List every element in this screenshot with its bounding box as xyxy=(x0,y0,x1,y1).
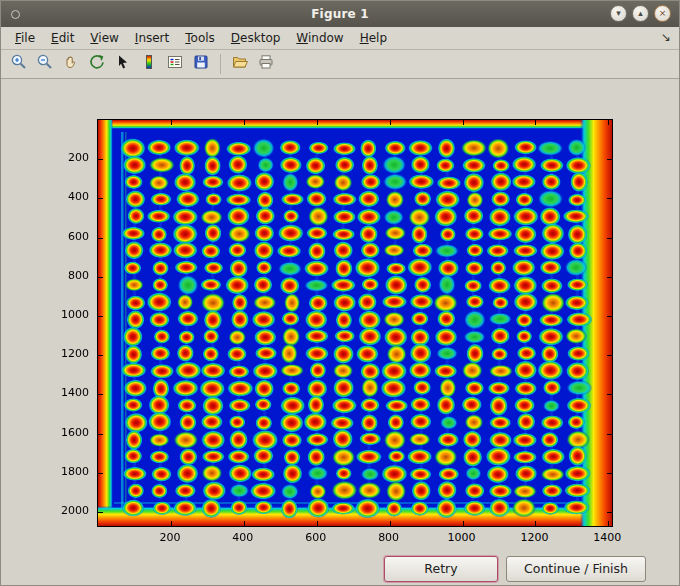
retry-button[interactable]: Retry xyxy=(384,556,498,582)
y-tick-label: 1400 xyxy=(41,386,89,399)
hand-icon xyxy=(62,53,80,75)
toolbar-separator xyxy=(220,54,221,74)
y-tick-label: 1600 xyxy=(41,426,89,439)
maximize-button[interactable]: ▴ xyxy=(632,5,649,22)
y-tick-label: 600 xyxy=(41,230,89,243)
x-tick-label: 400 xyxy=(232,531,253,544)
menu-desktop[interactable]: Desktop xyxy=(223,28,289,48)
insert-legend-button[interactable] xyxy=(163,52,187,76)
menu-view[interactable]: View xyxy=(82,28,126,48)
menu-tools[interactable]: Tools xyxy=(177,28,223,48)
close-button[interactable]: × xyxy=(654,5,671,22)
figure-content: 2004006008001000120014002004006008001000… xyxy=(1,79,680,586)
open-file-button[interactable] xyxy=(228,52,252,76)
y-tick-label: 800 xyxy=(41,269,89,282)
pan-button[interactable] xyxy=(59,52,83,76)
printer-icon xyxy=(257,53,275,75)
save-icon xyxy=(192,53,210,75)
print-figure-button[interactable] xyxy=(254,52,278,76)
menu-file[interactable]: File xyxy=(7,28,43,48)
folder-icon xyxy=(231,53,249,75)
legend-icon xyxy=(166,53,184,75)
x-tick-label: 200 xyxy=(159,531,180,544)
data-cursor-button[interactable] xyxy=(111,52,135,76)
menu-insert[interactable]: Insert xyxy=(127,28,177,48)
y-tick-label: 2000 xyxy=(41,504,89,517)
figure-image[interactable] xyxy=(98,120,612,526)
colorbar-icon xyxy=(140,53,158,75)
maximize-icon: ▴ xyxy=(638,8,643,18)
x-tick-label: 1400 xyxy=(593,531,621,544)
y-tick-label: 400 xyxy=(41,190,89,203)
menu-help[interactable]: Help xyxy=(352,28,395,48)
zoom-out-icon xyxy=(36,53,54,75)
window-title: Figure 1 xyxy=(311,7,369,21)
cursor-icon xyxy=(114,53,132,75)
zoom-in-button[interactable] xyxy=(7,52,31,76)
window-menu-icon[interactable] xyxy=(11,10,20,19)
x-tick-label: 800 xyxy=(378,531,399,544)
figure-toolbar xyxy=(1,50,679,79)
menu-window[interactable]: Window xyxy=(288,28,351,48)
dock-figure-icon[interactable]: ↘ xyxy=(661,30,671,44)
x-tick-label: 1000 xyxy=(448,531,476,544)
shade-button[interactable]: ▾ xyxy=(610,5,627,22)
menubar: File Edit View Insert Tools Desktop Wind… xyxy=(1,27,679,50)
axes xyxy=(97,119,613,527)
x-tick-label: 1200 xyxy=(520,531,548,544)
rotate-3d-button[interactable] xyxy=(85,52,109,76)
window-controls: ▾ ▴ × xyxy=(610,5,671,22)
save-figure-button[interactable] xyxy=(189,52,213,76)
zoom-out-button[interactable] xyxy=(33,52,57,76)
y-tick-label: 200 xyxy=(41,151,89,164)
x-tick-label: 600 xyxy=(305,531,326,544)
y-tick-label: 1000 xyxy=(41,308,89,321)
continue-finish-button[interactable]: Continue / Finish xyxy=(506,556,646,582)
y-tick-label: 1200 xyxy=(41,347,89,360)
y-tick-label: 1800 xyxy=(41,465,89,478)
close-icon: × xyxy=(659,8,667,18)
figure-window: Figure 1 ▾ ▴ × File Edit View Insert Too… xyxy=(0,0,680,586)
zoom-in-icon xyxy=(10,53,28,75)
titlebar[interactable]: Figure 1 ▾ ▴ × xyxy=(1,1,679,27)
menu-edit[interactable]: Edit xyxy=(43,28,82,48)
rotate-icon xyxy=(88,53,106,75)
insert-colorbar-button[interactable] xyxy=(137,52,161,76)
shade-icon: ▾ xyxy=(616,8,621,18)
